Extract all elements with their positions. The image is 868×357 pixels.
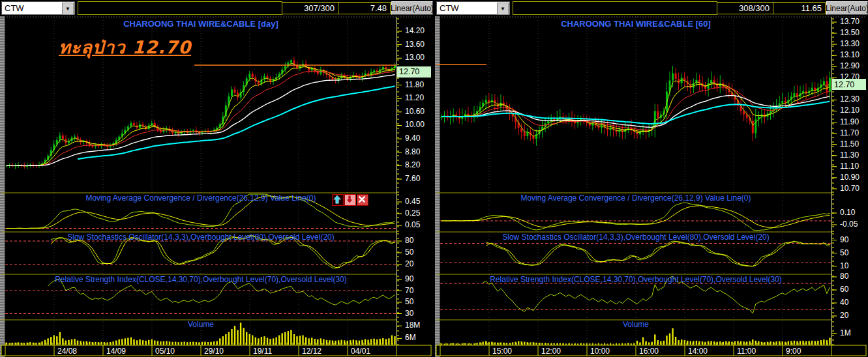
macd-axis-label: 0.10: [840, 208, 855, 217]
rsi-axis-label: 20: [840, 311, 848, 320]
price-axis-label: 8.80: [405, 147, 420, 156]
volume-axis-label: 6M: [405, 333, 416, 342]
x-axis-label: 11:00: [737, 347, 756, 356]
stoch-axis-label: 10: [840, 261, 848, 270]
price-axis-label: 12.90: [840, 61, 860, 70]
scale-mode-button[interactable]: Linear(Auto): [826, 1, 868, 15]
bar-counter: 308/300: [717, 2, 773, 14]
price-axis-label: 9.40: [405, 134, 420, 143]
stoch-axis-label: 50: [840, 248, 848, 257]
x-axis-label: 12/12: [302, 347, 322, 356]
scroll-up-icon[interactable]: [332, 194, 344, 206]
scroll-down-icon[interactable]: [344, 194, 356, 206]
volume-axis-label: 1M: [840, 328, 851, 337]
price-axis-label: 11.30: [840, 150, 859, 160]
symbol-value: CTW: [440, 3, 459, 13]
chart-title: CHAROONG THAI WIRE&CABLE [day]: [5, 19, 397, 29]
header-field-blank: [78, 1, 282, 15]
rsi-axis-label: 70: [405, 286, 413, 295]
price-axis-label: 12.10: [840, 106, 860, 115]
macd-label: Moving Average Convergence / Divergence(…: [440, 193, 831, 203]
stoch-axis-label: 20: [405, 259, 413, 268]
stochastics-label: Slow Stochastics Oscillator(14,3,3),Over…: [5, 233, 397, 242]
price-axis-label: 13.60: [405, 40, 425, 49]
chart-title: CHAROONG THAI WIRE&CABLE [60]: [440, 19, 831, 29]
price-axis-label: 10.60: [405, 107, 425, 116]
rsi-axis-label: 50: [405, 297, 413, 306]
x-axis-label: 16:00: [639, 347, 659, 356]
x-axis-label: 05/10: [155, 347, 175, 356]
rsi-axis-label: 30: [405, 309, 413, 318]
last-price-tag: 12.70: [397, 66, 431, 78]
price-axis-label: 14.20: [405, 26, 425, 35]
macd-axis-label: 0.45: [405, 197, 420, 206]
x-axis-label: 19/11: [253, 347, 272, 356]
rsi-axis-label: 40: [840, 298, 848, 307]
header-field-blank: [513, 1, 717, 15]
value-readout: 7.48: [338, 2, 391, 14]
chart-body[interactable]: CHAROONG THAI WIRE&CABLE [60]13.7013.501…: [435, 16, 868, 357]
bar-counter: 307/300: [282, 2, 338, 14]
price-axis-label: 13.00: [405, 53, 425, 62]
chart-panel-60min: CTW ▼ 308/300 11.65 Linear(Auto) CHAROON…: [435, 0, 868, 357]
symbol-combo[interactable]: CTW ▼: [436, 1, 510, 15]
x-axis-label: 10:00: [590, 347, 610, 356]
price-axis-label: 13.10: [840, 50, 860, 59]
last-price-tag: 12.70: [832, 79, 866, 90]
chevron-down-icon[interactable]: ▼: [497, 3, 509, 15]
price-axis-label: 13.70: [840, 17, 860, 26]
price-axis-label: 10.90: [840, 173, 860, 182]
x-axis-label: 04/01: [351, 347, 370, 356]
x-axis-label: 12:00: [541, 347, 561, 356]
stochastics-label: Slow Stochastics Oscillator(14,3,3),Over…: [440, 233, 831, 242]
value-readout: 11.65: [773, 2, 826, 14]
price-axis-label: 11.50: [840, 139, 859, 149]
chart-body[interactable]: CHAROONG THAI WIRE&CABLE [day]ทะลุป่าว 1…: [0, 16, 433, 357]
stoch-axis-label: 80: [405, 236, 413, 245]
rsi-label: Relative Strength Index(CLOSE,14,30,70),…: [440, 275, 831, 284]
x-axis-label: 29/10: [204, 347, 224, 356]
panel-header: CTW ▼ 308/300 11.65 Linear(Auto): [435, 0, 868, 16]
x-axis-label: 14:00: [688, 347, 708, 356]
macd-axis-label: -0.05: [840, 220, 858, 229]
price-axis-label: 13.30: [840, 39, 860, 48]
price-axis-label: 13.50: [840, 28, 860, 37]
price-axis-label: 11.20: [405, 93, 424, 102]
price-axis-label: 11.70: [840, 128, 859, 137]
scale-mode-button[interactable]: Linear(Auto): [391, 1, 433, 15]
volume-label: Volume: [440, 320, 831, 329]
volume-axis-label: 18M: [405, 321, 420, 330]
volume-label: Volume: [5, 320, 397, 329]
rsi-axis-label: 80: [840, 272, 848, 281]
close-icon[interactable]: [357, 194, 368, 206]
rsi-axis-label: 90: [405, 274, 413, 283]
macd-axis-label: 0.05: [405, 220, 420, 229]
price-axis-label: 11.10: [840, 162, 859, 171]
price-axis-label: 10.70: [840, 184, 860, 193]
price-annotation[interactable]: ทะลุป่าว 12.70: [59, 33, 191, 61]
x-axis-label: 15:00: [492, 347, 512, 356]
x-axis-label: 9:00: [786, 347, 801, 356]
price-axis-label: 8.20: [405, 160, 420, 169]
stoch-axis-label: 50: [405, 248, 413, 257]
panel-header: CTW ▼ 307/300 7.48 Linear(Auto): [0, 0, 433, 16]
rsi-label: Relative Strength Index(CLOSE,14,30,70),…: [5, 275, 397, 284]
chart-panel-daily: CTW ▼ 307/300 7.48 Linear(Auto) CHAROONG…: [0, 0, 433, 357]
price-axis-label: 7.60: [405, 174, 420, 183]
price-axis-label: 11.90: [840, 117, 859, 126]
trading-app: { "colors":{ "title_blue":"#3b6cff","ann…: [0, 0, 868, 357]
x-axis-label: 24/08: [57, 347, 77, 356]
price-axis-label: 12.30: [840, 94, 860, 104]
symbol-value: CTW: [5, 3, 24, 13]
price-axis-label: 10.00: [405, 120, 425, 129]
rsi-axis-label: 60: [840, 285, 848, 294]
chart-canvas[interactable]: [435, 16, 868, 357]
chevron-down-icon[interactable]: ▼: [62, 3, 74, 15]
macd-axis-label: 0.25: [405, 208, 420, 218]
stoch-axis-label: 90: [840, 235, 848, 244]
price-axis-label: 11.80: [405, 80, 424, 89]
chart-canvas[interactable]: [0, 16, 433, 357]
x-axis-label: 14/09: [106, 347, 126, 356]
symbol-combo[interactable]: CTW ▼: [1, 1, 75, 15]
